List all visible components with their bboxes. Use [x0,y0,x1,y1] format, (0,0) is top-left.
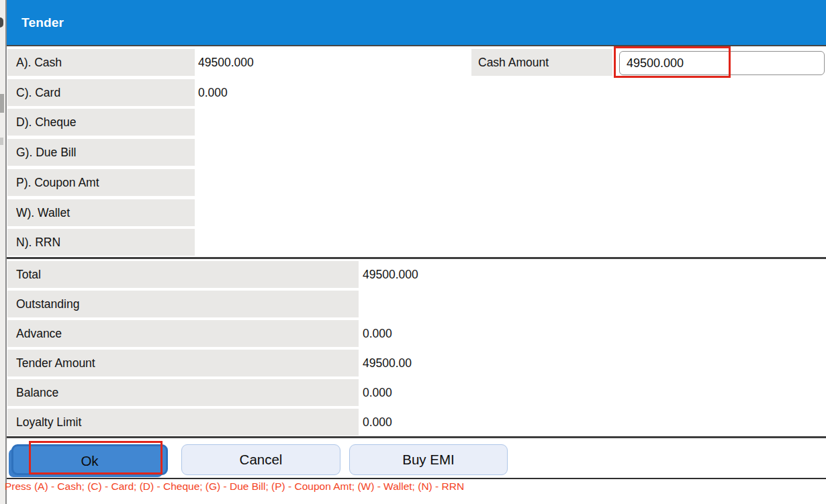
summary-label-loyalty-limit: Loyalty Limit [7,409,359,436]
cash-amount-label: Cash Amount [471,49,612,76]
tender-type-wallet[interactable]: W). Wallet [7,199,195,226]
summary-value-balance: 0.000 [363,379,392,406]
summary-row-outstanding: Outstanding [7,291,826,317]
dialog-header: Tender [7,0,826,45]
summary-row-loyalty-limit: Loyalty Limit 0.000 [7,409,826,436]
summary-row-advance: Advance 0.000 [7,320,826,347]
summary-value-total: 49500.000 [363,261,418,288]
summary-row-balance: Balance 0.000 [7,379,826,406]
summary-label-outstanding: Outstanding [7,291,359,317]
tender-type-cash[interactable]: A). Cash [7,49,195,76]
background-window-sliver [0,0,5,504]
tender-row-card: C). Card 0.000 [7,79,826,106]
summary-row-total: Total 49500.000 [7,261,826,288]
summary-label-total: Total [7,261,359,288]
tender-row-cash: A). Cash 49500.000 Cash Amount [7,49,826,76]
background-text-fragment [0,17,3,28]
tender-row-rrn: N). RRN [7,229,826,256]
tender-type-rrn[interactable]: N). RRN [7,229,195,256]
ok-button[interactable]: Ok [11,444,168,475]
summary-value-advance: 0.000 [363,320,392,347]
footer-separator [7,478,826,479]
summary-value-loyalty-limit: 0.000 [363,409,392,436]
tender-value-card: 0.000 [198,79,228,106]
buttons-separator [7,436,826,438]
tender-row-due-bill: G). Due Bill [7,139,826,166]
tender-value-cash: 49500.000 [198,49,254,76]
tender-row-cheque: D). Cheque [7,109,826,136]
tender-row-wallet: W). Wallet [7,199,826,226]
buy-emi-button[interactable]: Buy EMI [349,444,508,475]
summary-label-tender-amount: Tender Amount [7,350,359,376]
section-separator [7,257,826,259]
shortcut-hint-text: Press (A) - Cash; (C) - Card; (D) - Cheq… [5,481,464,493]
summary-label-advance: Advance [7,320,359,347]
tender-row-coupon: P). Coupon Amt [7,169,826,196]
cash-amount-input[interactable] [619,51,825,75]
dialog-title: Tender [21,0,64,45]
tender-type-due-bill[interactable]: G). Due Bill [7,139,195,166]
tender-type-card[interactable]: C). Card [7,79,195,106]
background-fragment [0,138,3,145]
tender-type-coupon[interactable]: P). Coupon Amt [7,169,195,196]
background-scrollbar-fragment [0,94,4,113]
header-separator [7,45,826,46]
cancel-button[interactable]: Cancel [181,444,340,475]
summary-label-balance: Balance [7,379,359,406]
summary-row-tender-amount: Tender Amount 49500.00 [7,350,826,376]
summary-value-tender-amount: 49500.00 [363,350,412,376]
tender-dialog: Tender A). Cash 49500.000 Cash Amount C)… [5,0,826,504]
tender-type-cheque[interactable]: D). Cheque [7,109,195,136]
